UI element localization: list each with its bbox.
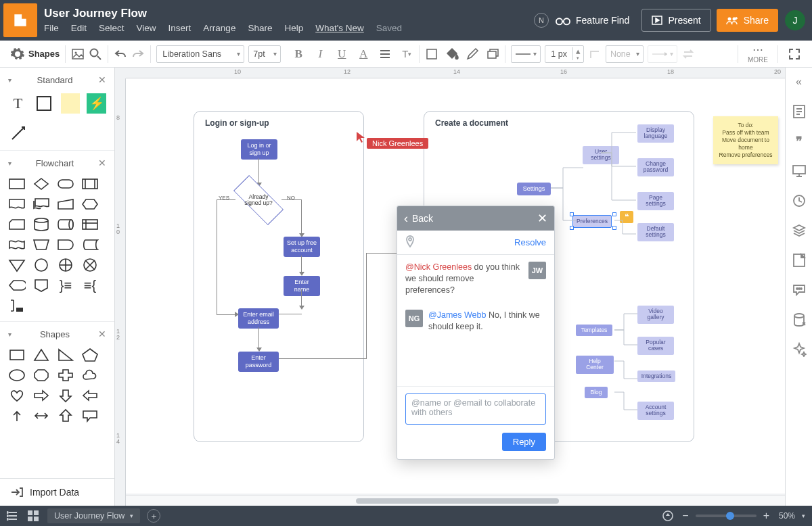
shape-triangle[interactable]	[32, 348, 50, 362]
node-video-gallery[interactable]: Video gallery	[637, 306, 674, 324]
smart-tool[interactable]: ⚡	[87, 93, 106, 114]
shape-offpage[interactable]	[32, 278, 50, 293]
menu-view[interactable]: View	[137, 23, 156, 33]
comment-marker-icon[interactable]: ❝	[620, 211, 633, 223]
node-templates[interactable]: Templates	[576, 325, 612, 336]
comments-panel-icon[interactable]	[792, 283, 807, 297]
menu-help[interactable]: Help	[284, 23, 303, 33]
undo-icon[interactable]	[114, 47, 127, 61]
close-icon[interactable]: ✕	[98, 329, 106, 339]
share-button[interactable]: Share	[717, 9, 778, 32]
history-panel-icon[interactable]	[792, 193, 807, 208]
data-panel-icon[interactable]	[792, 312, 807, 327]
shape-tape[interactable]	[8, 237, 26, 252]
shape-terminator[interactable]	[57, 176, 74, 191]
shape-brace-close[interactable]: }≡	[57, 278, 74, 293]
node-popular-cases[interactable]: Popular cases	[637, 337, 674, 355]
canvas-area[interactable]: 10 12 14 16 18 20 8 1 0 1 2 1 4 Login or…	[115, 68, 785, 506]
zoom-menu-icon[interactable]: ▾	[802, 512, 805, 519]
present-button[interactable]: Present	[641, 9, 710, 32]
shape-arrow-up[interactable]	[8, 408, 26, 423]
shape-internal[interactable]	[81, 217, 99, 232]
shape-decision[interactable]	[32, 176, 50, 191]
underline-button[interactable]: U	[335, 47, 348, 61]
quotes-panel-icon[interactable]: ❞	[792, 134, 807, 149]
ai-panel-icon[interactable]	[792, 342, 807, 357]
notifications-badge[interactable]: N	[534, 13, 549, 28]
shape-hexagon[interactable]	[81, 197, 99, 212]
shape-process[interactable]	[8, 176, 26, 191]
comment-input[interactable]	[405, 393, 546, 425]
close-icon[interactable]: ✕	[537, 211, 547, 226]
add-page-button[interactable]: +	[147, 509, 160, 523]
italic-button[interactable]: I	[313, 47, 327, 61]
user-avatar[interactable]: J	[785, 10, 805, 30]
rectangle-tool[interactable]	[35, 93, 54, 114]
layers-action-icon[interactable]	[486, 47, 499, 61]
node-preferences-selected[interactable]: Preferences	[572, 215, 612, 228]
shape-display[interactable]	[8, 278, 26, 293]
node-enter-name[interactable]: Enter name	[284, 276, 320, 296]
font-family-select[interactable]: Liberation Sans	[156, 45, 244, 63]
panel-header-flowchart[interactable]: Flowchart✕	[0, 151, 114, 174]
line-style-select[interactable]	[511, 45, 541, 63]
feature-find-button[interactable]: Feature Find	[556, 15, 629, 26]
menu-share[interactable]: Share	[248, 23, 272, 33]
menu-whats-new[interactable]: What's New	[315, 23, 364, 33]
align-button[interactable]	[378, 47, 392, 61]
fullscreen-icon[interactable]	[788, 47, 801, 61]
back-button[interactable]: ‹Back	[404, 212, 433, 226]
shape-arrow-right[interactable]	[32, 388, 50, 403]
shape-or[interactable]	[57, 258, 74, 272]
presentation-panel-icon[interactable]	[792, 164, 807, 178]
shape-storeddata[interactable]	[81, 237, 99, 252]
shape-ellipse[interactable]	[8, 368, 26, 383]
group-login[interactable]: Login or sign-up	[194, 111, 364, 442]
zoom-out-button[interactable]: −	[682, 510, 688, 522]
collapse-panel-icon[interactable]: «	[792, 74, 807, 89]
menu-insert[interactable]: Insert	[168, 23, 191, 33]
node-change-password[interactable]: Change password	[637, 158, 674, 176]
shape-input[interactable]	[57, 197, 74, 212]
node-page-settings[interactable]: Page settings	[637, 192, 674, 210]
document-title[interactable]: User Journey Flow	[44, 7, 402, 20]
sticky-note-tool[interactable]	[61, 93, 81, 114]
node-decision-signed-up[interactable]: Already signed up?	[234, 184, 283, 216]
shape-callout[interactable]	[81, 408, 99, 423]
line-tool[interactable]	[8, 123, 28, 143]
swap-arrows-icon[interactable]	[681, 47, 695, 61]
shapes-panel-toggle[interactable]: Shapes	[11, 47, 60, 61]
grid-view-icon[interactable]	[27, 510, 39, 522]
shape-rect[interactable]	[8, 348, 26, 362]
app-logo[interactable]	[3, 3, 37, 37]
reply-button[interactable]: Reply	[502, 433, 546, 451]
shape-cloud[interactable]	[81, 368, 99, 383]
scrollbar-thumb[interactable]	[356, 498, 559, 504]
shape-merge[interactable]	[8, 258, 26, 272]
node-blog[interactable]: Blog	[585, 387, 608, 398]
search-icon[interactable]	[89, 47, 102, 61]
shape-delay[interactable]	[57, 237, 74, 252]
zoom-value[interactable]: 50%	[779, 511, 795, 521]
node-help-center[interactable]: Help Center	[576, 356, 614, 374]
close-icon[interactable]: ✕	[98, 74, 106, 85]
node-setup-account[interactable]: Set up free account	[284, 237, 320, 257]
fill-icon[interactable]	[445, 47, 459, 61]
shape-style-icon[interactable]	[425, 47, 438, 61]
shape-octagon[interactable]	[32, 368, 50, 383]
node-user-settings[interactable]: User settings	[583, 146, 619, 164]
sticky-note[interactable]: To do: Pass off with team Move document …	[713, 116, 778, 164]
text-tool[interactable]: T	[8, 93, 28, 114]
import-data-button[interactable]: Import Data	[0, 478, 114, 506]
close-icon[interactable]: ✕	[98, 158, 106, 168]
shape-arrow-left[interactable]	[81, 388, 99, 403]
line-ends-select[interactable]: None	[606, 45, 644, 63]
menu-select[interactable]: Select	[99, 23, 125, 33]
theme-panel-icon[interactable]	[792, 253, 807, 268]
notes-panel-icon[interactable]	[792, 104, 807, 119]
page-select[interactable]: User Journey Flow	[47, 508, 140, 523]
resolve-button[interactable]: Resolve	[514, 237, 546, 247]
shape-arrow-lr[interactable]	[32, 408, 50, 423]
sync-status-icon[interactable]	[662, 510, 674, 522]
shape-heart[interactable]	[8, 388, 26, 403]
